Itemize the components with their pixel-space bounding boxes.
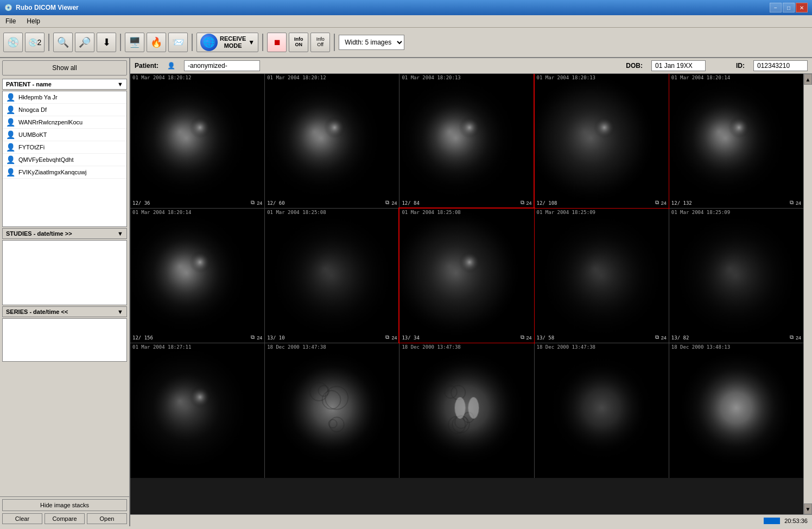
image-canvas-10 [130,343,264,477]
image-cell-7[interactable]: 01 Mar 2004 18:25:0813/ 34⧉24 [399,209,534,343]
series-dropdown-header[interactable]: SERIES - date/time << ▼ [2,306,127,317]
separator-4 [262,34,263,51]
image-canvas-7 [399,209,534,343]
patient-name-input[interactable] [184,60,260,71]
image-cell-6[interactable]: 01 Mar 2004 18:25:0813/ 10⧉24 [265,209,399,343]
toolbar-btn-2[interactable]: 💿2 [25,33,45,52]
series-arrow: ▼ [117,308,123,315]
scroll-down-btn[interactable]: ▼ [804,503,812,514]
separator-5 [334,34,335,51]
patient-item-5[interactable]: 👤 QMVFyEebvqhtQdht [3,154,126,166]
scroll-position-indicator [764,518,780,524]
action-buttons: Clear Compare Open [2,513,127,524]
image-cell-14[interactable]: 18 Dec 2000 13:48:13 [669,343,803,477]
image-timestamp-13: 18 Dec 2000 13:47:38 [537,344,595,350]
minimize-button[interactable]: − [770,3,782,12]
image-cell-5[interactable]: 01 Mar 2004 18:20:1412/ 156⧉24 [130,209,264,343]
title-bar-controls: − □ ✕ [770,3,808,12]
maximize-button[interactable]: □ [783,3,795,12]
receive-mode-button[interactable]: 🌐 RECEIVE MODE ▼ [196,33,258,52]
toolbar-btn-chevron[interactable]: ⬇ [97,33,116,52]
app-icon: 💿 [4,4,12,11]
studies-label: STUDIES - date/time >> [6,230,72,237]
toolbar-btn-zoom[interactable]: 🔍 [53,33,73,52]
toolbar-btn-monitor[interactable]: 🖥️ [125,33,144,52]
patient-icon-1: 👤 [6,105,15,114]
clear-button[interactable]: Clear [2,513,42,524]
patient-item-0[interactable]: 👤 Hkfepmb Ya Jr [3,91,126,104]
compare-button[interactable]: Compare [45,513,85,524]
image-stack-icon-6: ⧉ [385,334,389,341]
main-content: Show all PATIENT - name ▼ 👤 Hkfepmb Ya J… [0,58,812,526]
image-badge-4: 24 [796,200,801,206]
patient-icon-2: 👤 [6,118,15,127]
close-button[interactable]: ✕ [796,3,808,12]
image-counter-9: 13/ 82 [671,335,689,341]
scrollbar[interactable]: ▲ ▼ [803,74,812,514]
scroll-up-btn[interactable]: ▲ [804,74,812,85]
zoom-icon: 🔍 [57,36,69,48]
dob-input[interactable] [651,60,706,71]
toolbar-btn-1[interactable]: 💿 [3,33,23,52]
image-stack-icon-8: ⧉ [655,334,659,341]
patient-item-4[interactable]: 👤 FYTOtZFi [3,141,126,154]
image-cell-0[interactable]: 01 Mar 2004 18:20:1212/ 36⧉24 [130,74,264,208]
image-cell-1[interactable]: 01 Mar 2004 18:20:1212/ 60⧉24 [265,74,399,208]
patient-name-5: QMVFyEebvqhtQdht [18,156,74,163]
toolbar-btn-inbox[interactable]: 📨 [168,33,188,52]
patient-icon-3: 👤 [6,130,15,139]
image-canvas-0 [130,74,264,208]
id-label: ID: [736,62,745,70]
image-stack-icon-5: ⧉ [251,334,255,341]
toolbar-btn-info[interactable]: InfoON [289,33,308,52]
toolbar-btn-stop[interactable]: ⏹ [267,33,287,52]
image-canvas-11 [265,343,399,477]
patient-item-1[interactable]: 👤 Nnogca Df [3,104,126,116]
patient-list: 👤 Hkfepmb Ya Jr 👤 Nnogca Df 👤 WANRrRwlcn… [2,91,127,227]
id-input[interactable] [753,60,808,71]
patient-item-2[interactable]: 👤 WANRrRwlcnzpenlKocu [3,116,126,129]
patient-dropdown-header[interactable]: PATIENT - name ▼ [2,79,127,90]
menu-file[interactable]: File [3,16,18,26]
image-cell-3[interactable]: 01 Mar 2004 18:20:1312/ 108⧉24 [535,74,669,208]
show-all-button[interactable]: Show all [2,60,127,75]
open-button[interactable]: Open [87,513,127,524]
image-cell-8[interactable]: 01 Mar 2004 18:25:0913/ 58⧉24 [535,209,669,343]
image-canvas-13 [535,343,669,477]
image-timestamp-8: 01 Mar 2004 18:25:09 [537,210,595,215]
title-bar-left: 💿 Rubo DICOM Viewer [4,4,79,11]
image-canvas-3 [535,74,669,208]
patient-item-3[interactable]: 👤 UUMBoKT [3,129,126,141]
patient-label: Patient: [135,62,158,70]
image-cell-9[interactable]: 01 Mar 2004 18:25:0913/ 82⧉24 [669,209,803,343]
image-badge-6: 24 [391,335,397,341]
patient-dropdown-label: PATIENT - name [6,81,52,87]
image-counter-8: 13/ 58 [537,335,555,341]
image-timestamp-3: 01 Mar 2004 18:20:13 [537,75,595,80]
image-counter-3: 12/ 108 [537,200,557,206]
toolbar-btn-zoom2[interactable]: 🔎 [75,33,94,52]
image-canvas-8 [535,209,669,343]
image-cell-10[interactable]: 01 Mar 2004 18:27:11 [130,343,264,477]
image-cell-12[interactable]: 18 Dec 2000 13:47:38 [399,343,534,477]
toolbar-btn-fire[interactable]: 🔥 [147,33,166,52]
image-timestamp-5: 01 Mar 2004 18:20:14 [132,210,191,215]
image-timestamp-10: 01 Mar 2004 18:27:11 [132,344,191,350]
bottom-controls: Hide image stacks Clear Compare Open [0,496,129,526]
width-dropdown[interactable]: Width: 1 image Width: 2 images Width: 3 … [339,35,404,50]
image-cell-11[interactable]: 18 Dec 2000 13:47:38 [265,343,399,477]
image-timestamp-7: 01 Mar 2004 18:25:08 [402,210,460,215]
image-cell-4[interactable]: 01 Mar 2004 18:20:1412/ 132⧉24 [669,74,803,208]
disk2-icon: 💿2 [28,38,42,47]
hide-stacks-button[interactable]: Hide image stacks [2,499,127,511]
info-icon: InfoON [294,37,303,48]
menu-help[interactable]: Help [24,16,42,26]
image-canvas-9 [669,209,803,343]
studies-dropdown-header[interactable]: STUDIES - date/time >> ▼ [2,228,127,239]
patient-item-6[interactable]: 👤 FVIKyZiaatlmgxKanqcuwj [3,166,126,179]
toolbar-btn-info2[interactable]: InfoOff [310,33,330,52]
image-grid-container[interactable]: 01 Mar 2004 18:20:1212/ 36⧉2401 Mar 2004… [130,74,803,514]
patient-name-6: FVIKyZiaatlmgxKanqcuwj [18,169,86,175]
image-cell-13[interactable]: 18 Dec 2000 13:47:38 [535,343,669,477]
image-cell-2[interactable]: 01 Mar 2004 18:20:1312/ 84⧉24 [399,74,534,208]
